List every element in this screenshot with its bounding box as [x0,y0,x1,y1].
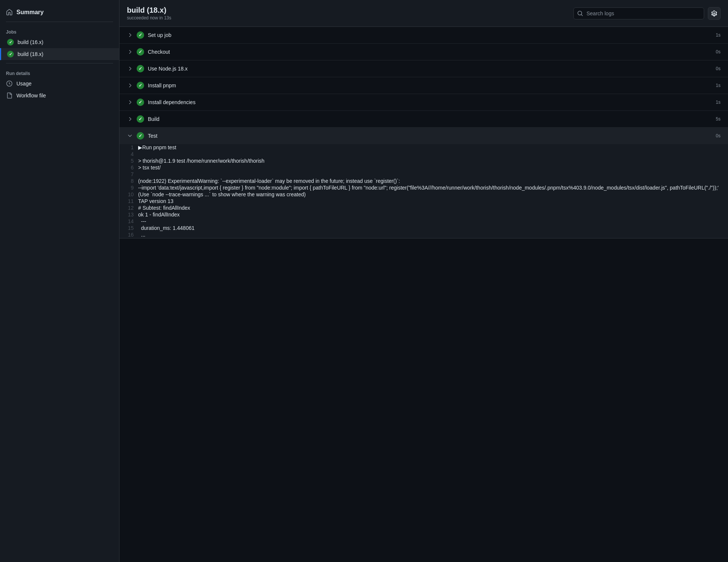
step-check-build [137,115,144,123]
sidebar-item-workflow[interactable]: Workflow file [0,90,119,102]
sidebar-item-build-16[interactable]: build (16.x) [0,36,119,48]
log-line-content: ok 1 - findAllIndex [138,211,728,218]
log-line-number: 10 [119,191,138,198]
log-row: 13ok 1 - findAllIndex [119,211,728,218]
sidebar: Summary Jobs build (16.x) build (18.x) R… [0,0,119,562]
chevron-right-icon-checkout [127,49,133,55]
search-input[interactable] [573,7,704,19]
header-controls [573,7,721,20]
job-18-label: build (18.x) [18,51,43,57]
sidebar-divider [6,22,113,22]
page-title: build (18.x) [127,6,171,15]
job-16-label: build (16.x) [18,39,43,45]
page-subtitle: succeeded now in 13s [127,15,171,21]
home-icon [6,9,13,16]
log-line-number: 15 [119,225,138,231]
log-line-number: 16 [119,231,138,238]
chevron-down-icon-test [127,133,133,139]
step-name-checkout: Checkout [148,49,706,55]
step-duration-checkout: 0s [709,49,721,54]
log-line-number: 13 [119,211,138,218]
log-line-content: ▶Run pnpm test [138,144,728,151]
sidebar-item-build-18[interactable]: build (18.x) [0,48,119,60]
run-details-label: Run details [0,66,119,78]
settings-button[interactable] [708,7,721,20]
log-row: 7 [119,171,728,178]
log-row: 14 --- [119,218,728,225]
log-line-content: (Use `node --trace-warnings ...` to show… [138,191,728,198]
main-content: build (18.x) succeeded now in 13s [119,0,728,562]
step-name-setup: Set up job [148,32,706,38]
log-row: 11TAP version 13 [119,198,728,204]
log-line-content: ... [138,231,728,238]
step-name-deps: Install dependencies [148,99,706,105]
step-deps[interactable]: Install dependencies 1s [119,94,728,111]
log-line-content: > thorish@1.1.9 test /home/runner/work/t… [138,157,728,164]
log-line-content: --- [138,218,728,225]
log-row: 8(node:1922) ExperimentalWarning: `--exp… [119,178,728,184]
summary-label: Summary [16,9,44,16]
file-icon [6,92,13,99]
log-line-number: 7 [119,171,138,178]
log-line-number: 9 [119,184,138,191]
log-line-content: duration_ms: 1.448061 [138,225,728,231]
chevron-right-icon-build [127,116,133,122]
step-nodejs[interactable]: Use Node.js 18.x 0s [119,60,728,77]
log-line-number: 11 [119,198,138,204]
log-line-number: 6 [119,164,138,171]
log-line-content: # Subtest: findAllIndex [138,204,728,211]
step-setup[interactable]: Set up job 1s [119,27,728,44]
log-row: 15 duration_ms: 1.448061 [119,225,728,231]
log-line-number: 4 [119,151,138,157]
step-check-setup [137,31,144,39]
success-icon-18 [7,51,14,57]
step-name-build: Build [148,116,706,122]
chevron-right-icon-nodejs [127,66,133,72]
step-duration-build: 5s [709,116,721,122]
step-pnpm[interactable]: Install pnpm 1s [119,77,728,94]
step-duration-setup: 1s [709,32,721,38]
chevron-right-icon-pnpm [127,82,133,88]
workflow-label: Workflow file [16,93,46,99]
log-row: 5> thorish@1.1.9 test /home/runner/work/… [119,157,728,164]
log-output: 1▶Run pnpm test45> thorish@1.1.9 test /h… [119,144,728,238]
step-duration-pnpm: 1s [709,83,721,88]
log-line-content: (node:1922) ExperimentalWarning: `--expe… [138,178,728,184]
steps-container: Set up job 1s Checkout 0s Use Node.js 18… [119,27,728,562]
sidebar-summary-link[interactable]: Summary [0,6,119,19]
step-duration-deps: 1s [709,100,721,105]
step-duration-test: 0s [709,133,721,138]
log-row: 6> tsx test/ [119,164,728,171]
step-check-checkout [137,48,144,56]
chevron-right-icon-deps [127,99,133,105]
gear-icon [711,10,717,16]
step-check-nodejs [137,65,144,72]
log-line-number: 12 [119,204,138,211]
sidebar-divider-2 [6,63,113,63]
chevron-right-icon [127,32,133,38]
step-name-pnpm: Install pnpm [148,82,706,88]
log-row: 1▶Run pnpm test [119,144,728,151]
log-row: 16 ... [119,231,728,238]
log-line-content [138,171,728,172]
step-duration-nodejs: 0s [709,66,721,71]
jobs-section-label: Jobs [0,25,119,36]
step-name-test: Test [148,133,706,139]
usage-label: Usage [16,81,31,87]
log-line-content [138,151,728,152]
step-build[interactable]: Build 5s [119,111,728,128]
log-line-number: 14 [119,218,138,225]
clock-icon [6,80,13,87]
step-checkout[interactable]: Checkout 0s [119,44,728,60]
log-line-number: 1 [119,144,138,151]
log-line-number: 5 [119,157,138,164]
step-name-nodejs: Use Node.js 18.x [148,66,706,72]
success-icon-16 [7,39,14,46]
log-row: 12# Subtest: findAllIndex [119,204,728,211]
log-line-content: TAP version 13 [138,198,728,204]
step-check-deps [137,99,144,106]
log-line-content: > tsx test/ [138,164,728,171]
step-test[interactable]: Test 0s [119,128,728,144]
main-header: build (18.x) succeeded now in 13s [119,0,728,27]
sidebar-item-usage[interactable]: Usage [0,78,119,90]
